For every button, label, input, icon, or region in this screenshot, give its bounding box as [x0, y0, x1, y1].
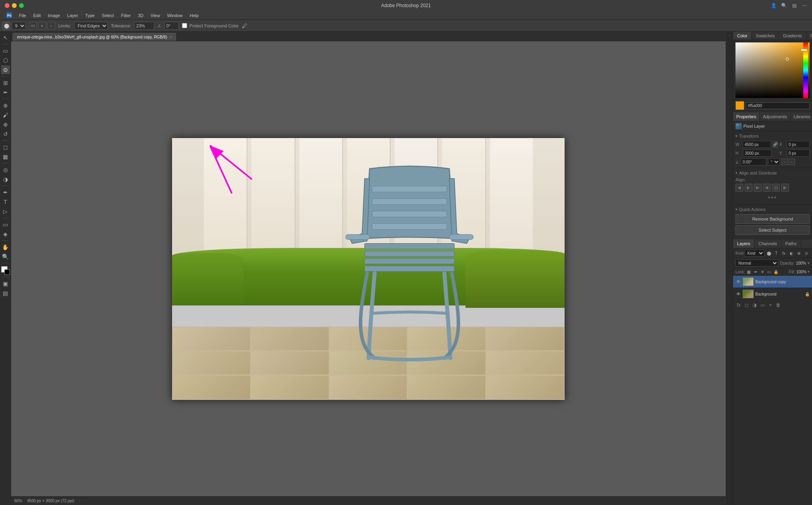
tool-blur[interactable]: ◎: [1, 165, 10, 174]
align-right-edge-btn[interactable]: ⫸: [754, 184, 762, 192]
lock-all-btn[interactable]: 🔒: [773, 269, 779, 275]
tool-crop[interactable]: ⊞: [1, 79, 10, 87]
tool-pen[interactable]: ✒: [1, 188, 10, 197]
tool-screen-mode[interactable]: ▤: [1, 289, 10, 298]
tool-eyedropper[interactable]: ✒: [1, 88, 10, 97]
lock-image-btn[interactable]: ✒: [753, 269, 758, 275]
tool-brush[interactable]: 🖌: [1, 111, 10, 119]
search-icon[interactable]: 🔍: [779, 1, 788, 10]
tool-quick-select[interactable]: ⊙: [1, 65, 10, 74]
tool-history-brush[interactable]: ↺: [1, 130, 10, 138]
new-fill-adj-btn[interactable]: ◑: [751, 302, 758, 308]
layers-adj-icon[interactable]: ◐: [788, 250, 795, 256]
angle-input[interactable]: [165, 22, 179, 30]
minimize-button[interactable]: [12, 3, 17, 8]
layers-kind-select[interactable]: Kind: [745, 250, 764, 257]
menu-select[interactable]: Select: [99, 12, 117, 19]
new-group-btn[interactable]: ▭: [759, 302, 766, 308]
background-color[interactable]: [4, 269, 10, 275]
tool-eraser[interactable]: ◻: [1, 143, 10, 152]
tool-dodge[interactable]: ◑: [1, 175, 10, 184]
lock-position-btn[interactable]: ✛: [760, 269, 765, 275]
tab-paths[interactable]: Paths: [781, 239, 801, 248]
canvas-viewport[interactable]: [11, 41, 726, 496]
brush-size-select[interactable]: 90: [11, 22, 26, 30]
layer-item-background[interactable]: 👁 Background 🔒: [733, 288, 812, 300]
tab-layers[interactable]: Layers: [733, 239, 755, 248]
menu-image[interactable]: Image: [45, 12, 63, 19]
new-selection-btn[interactable]: ▭: [29, 22, 37, 30]
layers-type-icon[interactable]: T: [773, 250, 779, 256]
menu-layer[interactable]: Layer: [64, 12, 81, 19]
menu-window[interactable]: Window: [164, 12, 186, 19]
align-top-edge-btn[interactable]: ⫷: [763, 184, 771, 192]
transform-x-input[interactable]: [787, 141, 810, 148]
spectrum-selector[interactable]: [786, 58, 789, 61]
tab-channels[interactable]: Channels: [755, 239, 781, 248]
tool-marquee-lasso[interactable]: ⬡: [1, 56, 10, 65]
layer-visibility-bg[interactable]: 👁: [735, 291, 741, 297]
tab-color[interactable]: Color: [733, 32, 752, 40]
tool-edit-mode[interactable]: ▣: [1, 279, 10, 288]
tab-adjustments[interactable]: Adjustments: [760, 112, 791, 121]
blend-mode-select[interactable]: Normal: [735, 259, 778, 267]
menu-filter[interactable]: Filter: [118, 12, 134, 19]
rotate-options-select[interactable]: °: [768, 158, 780, 165]
menu-ps[interactable]: Ps: [3, 12, 15, 19]
more-icon[interactable]: ⋯: [800, 1, 809, 10]
menu-3d[interactable]: 3D: [135, 12, 147, 19]
tab-swatches[interactable]: Swatches: [752, 32, 779, 40]
panel-toggle-btn[interactable]: ‹: [729, 33, 730, 37]
add-selection-btn[interactable]: +: [38, 22, 46, 30]
new-layer-btn[interactable]: +: [767, 302, 774, 308]
add-layer-style-btn[interactable]: fx: [735, 302, 742, 308]
tool-shape[interactable]: ▭: [1, 220, 10, 229]
layout-icon[interactable]: ▤: [790, 1, 799, 10]
protect-fg-checkbox-label[interactable]: Protect Foreground Color: [182, 23, 239, 28]
maximize-button[interactable]: [19, 3, 24, 8]
color-hex-input[interactable]: [746, 102, 810, 109]
tool-type[interactable]: T: [1, 198, 10, 206]
menu-type[interactable]: Type: [82, 12, 98, 19]
remove-background-btn[interactable]: Remove Background: [735, 214, 810, 224]
tool-zoom[interactable]: 🔍: [1, 252, 10, 261]
tab-gradients[interactable]: Gradients: [779, 32, 806, 40]
hue-indicator[interactable]: [801, 49, 807, 51]
tab-close-btn[interactable]: ×: [169, 35, 172, 39]
fill-arrow[interactable]: ▾: [808, 270, 810, 274]
opacity-arrow[interactable]: ▾: [808, 261, 810, 265]
more-align-btn[interactable]: •••: [735, 193, 810, 202]
flip-v-btn[interactable]: ↕: [789, 159, 795, 165]
layer-item-background-copy[interactable]: 👁 Background copy: [733, 276, 812, 288]
transform-h-input[interactable]: [743, 150, 772, 157]
protect-fg-checkbox[interactable]: [182, 23, 187, 28]
menu-edit[interactable]: Edit: [30, 12, 44, 19]
align-center-h-btn[interactable]: ⫸: [745, 184, 753, 192]
transform-y-input[interactable]: [787, 150, 810, 157]
sample-icon[interactable]: 🖊: [242, 23, 247, 29]
align-left-edge-btn[interactable]: ⫷: [735, 184, 743, 192]
tool-hand[interactable]: ✋: [1, 243, 10, 252]
select-subject-btn[interactable]: Select Subject: [735, 225, 810, 235]
layer-visibility-bg-copy[interactable]: 👁: [735, 279, 741, 284]
canvas-tab-main[interactable]: enrique-ortega-mira...b3xo3WvH_g8-unspla…: [13, 33, 176, 41]
lock-transparent-btn[interactable]: ▦: [746, 269, 752, 275]
tool-gradient[interactable]: ▦: [1, 152, 10, 161]
tolerance-input[interactable]: [134, 22, 154, 30]
tool-clone[interactable]: ⊕: [1, 120, 10, 129]
flip-h-btn[interactable]: ↔: [781, 159, 788, 165]
tool-marquee-rect[interactable]: ▭: [1, 46, 10, 55]
tool-3d[interactable]: ◈: [1, 230, 10, 238]
tool-move[interactable]: ↖: [1, 33, 10, 42]
align-center-v-btn[interactable]: ⬡: [772, 184, 780, 192]
tab-patterns[interactable]: Patterns: [806, 32, 812, 40]
limits-select[interactable]: Find Edges: [74, 22, 108, 30]
delete-layer-btn[interactable]: 🗑: [775, 302, 781, 308]
hue-bar[interactable]: [803, 42, 808, 98]
transform-w-input[interactable]: [743, 141, 771, 148]
tool-spot-heal[interactable]: ⊕: [1, 101, 10, 110]
tool-path-select[interactable]: ▷: [1, 207, 10, 216]
layers-fx-icon[interactable]: fx: [781, 250, 787, 256]
menu-file[interactable]: File: [16, 12, 29, 19]
user-icon[interactable]: 👤: [769, 1, 778, 10]
